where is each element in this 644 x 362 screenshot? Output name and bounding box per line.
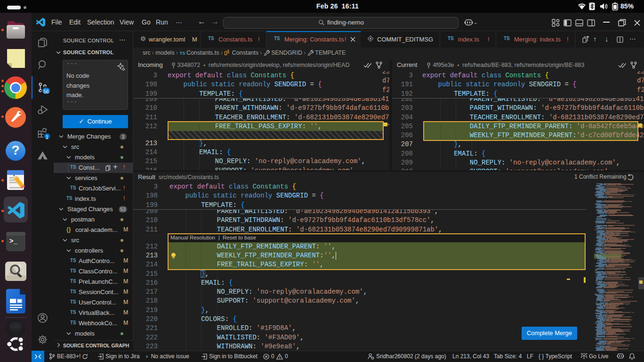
svg-text:>_: >_ <box>9 238 17 245</box>
svg-text:?: ? <box>11 143 19 157</box>
